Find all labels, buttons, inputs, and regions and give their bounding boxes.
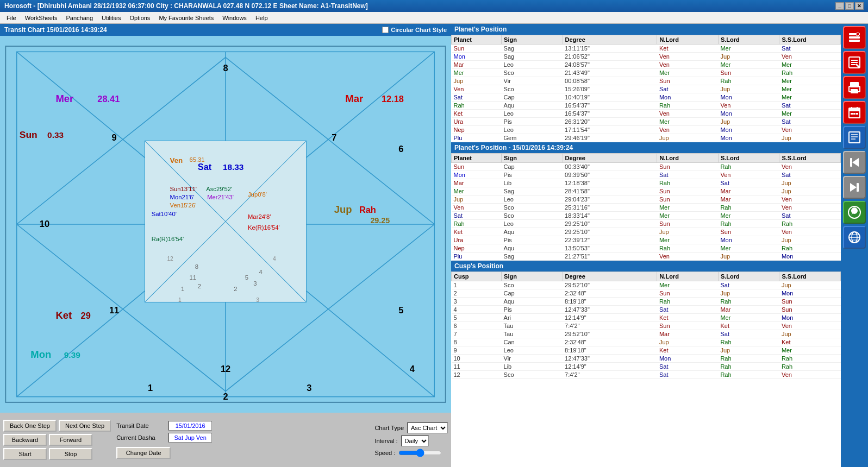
menu-bar: File WorkSheets Panchang Utilities Optio… <box>0 12 868 24</box>
sslord-cell: Mer <box>779 346 841 355</box>
svg-text:1: 1 <box>148 383 153 393</box>
back-icon-button[interactable] <box>843 151 866 174</box>
menu-utilities[interactable]: Utilities <box>97 14 125 22</box>
nlord-cell: Sat <box>657 85 719 93</box>
svg-text:Mon: Mon <box>30 349 51 360</box>
nlord-cell: Jup <box>657 228 719 236</box>
sslord-cell: Jup <box>779 187 841 195</box>
svg-rect-78 <box>851 89 858 93</box>
cusp-cell: 9 <box>452 346 502 355</box>
speed-slider[interactable] <box>398 449 442 457</box>
degree-cell: 8:19'18" <box>563 346 657 355</box>
sslord-cell: Mon <box>779 289 841 298</box>
menu-windows[interactable]: Windows <box>218 14 251 22</box>
whatsapp-icon-button[interactable] <box>843 201 866 224</box>
table-row: Rah Aqu 16:54'37" Rah Ven Sat <box>452 102 841 110</box>
nlord-cell: Jup <box>657 338 719 346</box>
slord-cell: Sat <box>718 281 779 289</box>
forward-button[interactable]: Forward <box>49 434 92 446</box>
nlord-cell: Sun <box>657 77 719 85</box>
edit-icon-button[interactable] <box>843 51 866 74</box>
svg-text:2: 2 <box>234 286 237 292</box>
calendar-icon-button[interactable] <box>843 101 866 124</box>
sign-cell: Pis <box>502 118 563 126</box>
svg-text:Mer21'43': Mer21'43' <box>207 194 234 200</box>
maximize-button[interactable]: □ <box>845 2 854 10</box>
slord-cell: Mer <box>718 314 779 322</box>
planet-cell: Sat <box>452 93 502 102</box>
menu-worksheets[interactable]: WorkSheets <box>21 14 62 22</box>
start-button[interactable]: Start <box>3 448 47 460</box>
header-slord-1: S.Lord <box>718 35 779 45</box>
speed-label: Speed : <box>374 450 395 456</box>
svg-text:12.18: 12.18 <box>382 94 404 104</box>
table-row: Jup Leo 29:04'23" Sun Mar Ven <box>452 195 841 204</box>
degree-cell: 12:14'9" <box>563 314 657 322</box>
slord-cell: Mer <box>718 244 779 253</box>
stop-button[interactable]: Stop <box>49 448 92 460</box>
notes-icon <box>847 130 862 145</box>
table-row: 2 Cap 2:32'48" Sun Jup Mon <box>452 289 841 298</box>
print-icon-button[interactable] <box>843 76 866 99</box>
sslord-cell: Rah <box>779 69 841 77</box>
back-one-step-button[interactable]: Back One Step <box>3 420 57 432</box>
network-icon-button[interactable] <box>843 226 866 249</box>
table-row: Mon Sag 21:06'52" Ven Jup Ven <box>452 53 841 61</box>
sslord-cell: Jup <box>779 236 841 244</box>
table-row: 7 Tau 29:52'10" Mar Sat Jup <box>452 330 841 338</box>
close-button[interactable]: ✕ <box>855 2 864 10</box>
planet-cell: Rah <box>452 102 502 110</box>
svg-text:Rah: Rah <box>359 205 376 215</box>
backward-button[interactable]: Backward <box>3 434 47 446</box>
forward-icon-button[interactable] <box>843 176 866 199</box>
sslord-cell: Mon <box>779 253 841 261</box>
svg-text:29: 29 <box>81 311 91 320</box>
sslord-cell: Ven <box>779 228 841 236</box>
table-row: Ket Leo 16:54'37" Ven Mon Mer <box>452 110 841 118</box>
svg-text:4: 4 <box>410 364 415 374</box>
chart-type-dropdown[interactable]: Asc Chart <box>407 422 448 433</box>
notes-icon-button[interactable] <box>843 126 866 149</box>
degree-cell: 21:06'52" <box>563 53 657 61</box>
app-title: Horosoft - [Dhirubhi Ambani 28/12/1932 0… <box>4 2 368 10</box>
tools-icon-button[interactable] <box>843 26 866 49</box>
degree-cell: 22:39'12" <box>563 236 657 244</box>
next-one-step-button[interactable]: Next One Step <box>59 420 111 432</box>
degree-cell: 21:43'49" <box>563 69 657 77</box>
circular-checkbox[interactable]: ✓ <box>382 27 389 33</box>
menu-options[interactable]: Options <box>125 14 154 22</box>
header-sign-2: Sign <box>502 154 563 163</box>
table-row: Mer Sag 28:41'58" Sun Mar Jup <box>452 187 841 195</box>
nlord-cell: Mer <box>657 236 719 244</box>
transit-date-label: Transit Date <box>116 422 165 429</box>
interval-dropdown[interactable]: Daily <box>401 436 429 446</box>
sign-cell: Vir <box>502 77 563 85</box>
degree-cell: 29:04'23" <box>563 195 657 204</box>
degree-cell: 2:32'48" <box>563 289 657 298</box>
sign-cell: Leo <box>502 126 563 134</box>
nlord-cell: Rah <box>657 298 719 306</box>
calendar-icon <box>847 105 862 120</box>
minimize-button[interactable]: _ <box>835 2 844 10</box>
sign-cell: Cap <box>502 289 563 298</box>
current-dasha-label: Current Dasha <box>116 434 165 441</box>
menu-file[interactable]: File <box>2 14 21 22</box>
menu-help[interactable]: Help <box>251 14 272 22</box>
cusp-cell: 11 <box>452 363 502 371</box>
cusp-cell: 5 <box>452 314 502 322</box>
sign-cell: Leo <box>502 110 563 118</box>
change-date-button[interactable]: Change Date <box>116 447 171 459</box>
menu-favourites[interactable]: My Favourite Sheets <box>154 14 218 22</box>
svg-text:1: 1 <box>181 286 184 292</box>
menu-panchang[interactable]: Panchang <box>61 14 97 22</box>
sign-cell: Can <box>502 338 563 346</box>
slord-cell: Sun <box>718 228 779 236</box>
svg-rect-94 <box>857 183 859 192</box>
planets-position-2-table: Planet Sign Degree N.Lord S.Lord S.S.Lor… <box>451 153 841 261</box>
planet-cell: Mon <box>452 53 502 61</box>
table-row: Nep Leo 17:11'54" Ven Mon Ven <box>452 126 841 134</box>
sign-cell: Tau <box>502 330 563 338</box>
sslord-cell: Ven <box>779 195 841 204</box>
planet-cell: Mer <box>452 69 502 77</box>
interval-label: Interval : <box>374 438 397 444</box>
